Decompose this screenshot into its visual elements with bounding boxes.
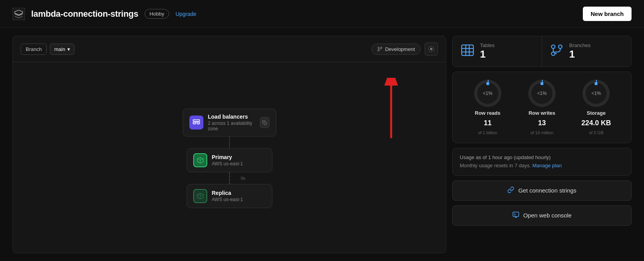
svg-rect-11 bbox=[462, 45, 473, 55]
tables-value: 1 bbox=[480, 48, 495, 60]
connection-strings-icon bbox=[507, 186, 514, 195]
load-balancer-icon bbox=[189, 116, 203, 130]
load-balancer-copy-button[interactable] bbox=[260, 117, 269, 128]
get-connection-strings-button[interactable]: Get connection strings bbox=[452, 180, 632, 201]
row-reads-value: 11 bbox=[484, 119, 492, 127]
row-writes-value: 13 bbox=[538, 119, 546, 127]
header-left: lambda-connection-strings Hobby Upgrade bbox=[12, 8, 196, 20]
header-right-controls: Development bbox=[371, 42, 438, 56]
row-reads-gauge: <1% bbox=[474, 80, 501, 107]
left-panel: Branch main ▾ Development bbox=[12, 36, 446, 253]
row-writes-of: of 10 million bbox=[531, 130, 554, 135]
monthly-reset-text: Monthly usage resets in 7 days. bbox=[460, 163, 531, 168]
chevron-down-icon: ▾ bbox=[67, 46, 70, 52]
svg-point-4 bbox=[431, 48, 432, 50]
red-arrow-annotation bbox=[376, 78, 407, 142]
web-console-icon bbox=[512, 211, 519, 220]
environment-badge: Development bbox=[371, 44, 421, 55]
svg-point-13 bbox=[559, 45, 562, 48]
row-reads-of: of 1 billion bbox=[478, 130, 498, 135]
row-writes-label: Row writes bbox=[529, 110, 556, 116]
storage-label: Storage bbox=[587, 110, 605, 116]
replica-title: Replica bbox=[212, 190, 243, 196]
diagram-area: Load balancers 2 across 1 availability z… bbox=[13, 62, 446, 253]
primary-node: Primary AWS us-east-1 bbox=[187, 148, 272, 172]
svg-point-1 bbox=[378, 47, 379, 49]
row-reads-usage: <1% Row reads 11 of 1 billion bbox=[461, 80, 515, 135]
primary-icon bbox=[193, 153, 207, 167]
tables-stat: Tables 1 bbox=[453, 36, 542, 67]
open-web-console-label: Open web console bbox=[523, 212, 572, 219]
replica-icon bbox=[193, 189, 207, 203]
primary-info: Primary AWS us-east-1 bbox=[212, 154, 243, 166]
usage-grid: <1% Row reads 11 of 1 billion <1% Row wr… bbox=[452, 72, 632, 143]
row-reads-gauge-label: <1% bbox=[483, 91, 492, 96]
svg-rect-8 bbox=[264, 122, 267, 124]
row-reads-label: Row reads bbox=[475, 110, 501, 116]
svg-rect-15 bbox=[513, 212, 519, 216]
settings-button[interactable] bbox=[425, 42, 438, 56]
branches-stat: Branches 1 bbox=[542, 36, 631, 67]
primary-title: Primary bbox=[212, 154, 243, 160]
open-web-console-button[interactable]: Open web console bbox=[452, 205, 632, 226]
project-name: lambda-connection-strings bbox=[31, 9, 138, 19]
row-writes-dot bbox=[540, 82, 543, 85]
storage-gauge-label: <1% bbox=[591, 91, 601, 96]
row-writes-gauge: <1% bbox=[528, 80, 556, 107]
storage-dot bbox=[595, 82, 598, 85]
environment-label: Development bbox=[385, 46, 415, 52]
load-balancer-info: Load balancers 2 across 1 availability z… bbox=[208, 114, 256, 131]
usage-footer: Usage as of 1 hour ago (updated hourly) … bbox=[452, 148, 632, 176]
svg-rect-0 bbox=[12, 8, 25, 20]
svg-rect-6 bbox=[193, 122, 196, 124]
branch-label: Branch bbox=[21, 44, 47, 55]
row-reads-dot bbox=[486, 82, 489, 85]
branch-selector: Branch main ▾ bbox=[21, 44, 74, 55]
branches-label: Branches bbox=[569, 42, 591, 48]
gear-icon bbox=[428, 46, 434, 52]
storage-gauge: <1% bbox=[582, 80, 610, 107]
left-panel-header: Branch main ▾ Development bbox=[13, 36, 446, 62]
replication-lag-label: 0s bbox=[241, 176, 245, 180]
row-writes-gauge-label: <1% bbox=[537, 91, 547, 96]
plan-badge: Hobby bbox=[145, 9, 169, 19]
new-branch-button[interactable]: New branch bbox=[583, 7, 632, 21]
get-connection-strings-label: Get connection strings bbox=[518, 187, 576, 194]
connector-lb-to-primary bbox=[229, 137, 230, 148]
load-balancer-node: Load balancers 2 across 1 availability z… bbox=[183, 109, 276, 137]
row-reads-gauge-inner: <1% bbox=[477, 83, 498, 104]
replica-node: Replica AWS us-east-1 bbox=[187, 184, 272, 208]
usage-as-of: Usage as of 1 hour ago bbox=[460, 154, 512, 160]
svg-rect-7 bbox=[197, 122, 199, 124]
row-writes-gauge-inner: <1% bbox=[531, 83, 552, 104]
replica-subtitle: AWS us-east-1 bbox=[212, 197, 243, 202]
tables-icon bbox=[461, 43, 475, 60]
storage-value: 224.0 KB bbox=[581, 119, 611, 127]
branches-icon bbox=[550, 43, 564, 60]
svg-point-12 bbox=[552, 45, 555, 48]
storage-gauge-inner: <1% bbox=[586, 83, 607, 104]
tables-label: Tables bbox=[480, 42, 495, 48]
updated-note: (updated hourly) bbox=[514, 154, 551, 160]
stats-top: Tables 1 Branches 1 bbox=[452, 36, 632, 67]
manage-plan-link[interactable]: Manage plan bbox=[532, 163, 561, 168]
load-balancer-title: Load balancers bbox=[208, 114, 256, 120]
row-writes-usage: <1% Row writes 13 of 10 million bbox=[515, 80, 569, 135]
git-branch-icon bbox=[377, 46, 383, 52]
header: lambda-connection-strings Hobby Upgrade … bbox=[0, 0, 644, 28]
replica-info: Replica AWS us-east-1 bbox=[212, 190, 243, 202]
branches-value: 1 bbox=[569, 48, 591, 60]
storage-usage: <1% Storage 224.0 KB of 5 GB bbox=[569, 80, 623, 135]
load-balancer-subtitle: 2 across 1 availability zone bbox=[208, 121, 256, 131]
right-panel: Tables 1 Branches 1 bbox=[452, 36, 632, 253]
branch-dropdown[interactable]: main ▾ bbox=[50, 44, 74, 55]
upgrade-link[interactable]: Upgrade bbox=[175, 11, 196, 17]
branch-value: main bbox=[54, 46, 65, 52]
storage-of: of 5 GB bbox=[589, 130, 603, 135]
logo-icon bbox=[12, 8, 25, 20]
connector-primary-to-replica: 0s bbox=[229, 172, 230, 184]
main-content: Branch main ▾ Development bbox=[0, 28, 644, 261]
primary-subtitle: AWS us-east-1 bbox=[212, 161, 243, 166]
svg-rect-5 bbox=[193, 119, 199, 121]
